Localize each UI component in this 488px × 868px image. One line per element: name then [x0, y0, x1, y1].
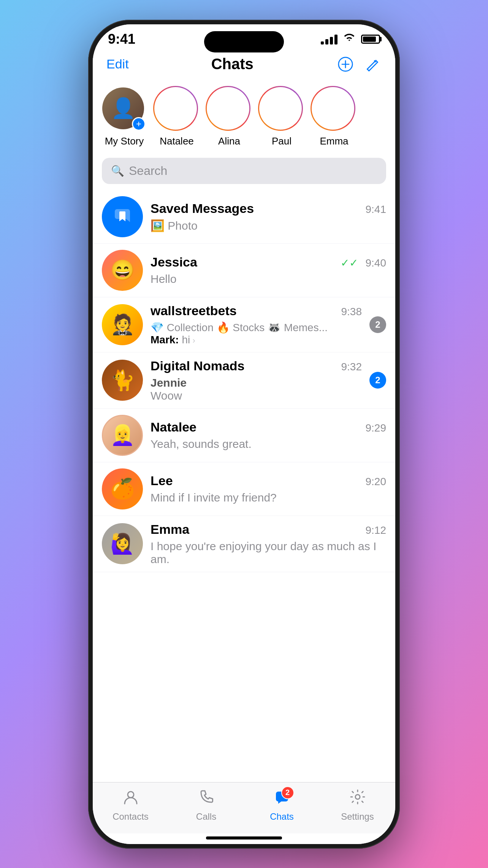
emma-content: Emma 9:12 I hope you're enjoying your da…	[151, 522, 386, 566]
search-icon: 🔍	[111, 165, 124, 177]
nomads-time: 9:32	[341, 361, 362, 373]
tab-calls[interactable]: Calls	[184, 789, 229, 822]
search-bar[interactable]: 🔍 Search	[102, 158, 386, 184]
nav-icons	[336, 55, 382, 74]
chats-badge-count: 2	[285, 788, 290, 797]
emma-name: Emma	[151, 522, 189, 537]
bottom-tab-bar: Contacts Calls 2	[93, 782, 395, 833]
add-contact-button[interactable]	[336, 55, 355, 74]
wifi-icon	[343, 33, 356, 45]
contacts-label: Contacts	[112, 811, 149, 822]
wsb-name: wallstreetbets	[151, 303, 237, 318]
wsb-content: wallstreetbets 9:38 💎 Collection 🔥 Stock…	[151, 303, 362, 346]
emma-preview: I hope you're enjoying your day as much …	[151, 540, 386, 566]
alina-story-wrap: 👩	[207, 87, 251, 132]
edit-button[interactable]: Edit	[106, 57, 129, 71]
calls-icon	[198, 789, 215, 809]
chat-item-digital-nomads[interactable]: 🐈 Digital Nomads 9:32 Jennie Woow 2	[93, 352, 395, 409]
wsb-topics: 💎 Collection 🔥 Stocks 🦝 Memes...	[151, 322, 328, 333]
nomads-meta: 2	[369, 372, 386, 389]
chat-item-jessica[interactable]: 😄 Jessica ✓✓ 9:40 Hello	[93, 244, 395, 297]
svg-point-3	[128, 792, 134, 798]
story-emma[interactable]: 🙋‍♀️ Emma	[312, 87, 356, 147]
chat-item-saved-messages[interactable]: Saved Messages 9:41 🖼️ Photo	[93, 190, 395, 244]
tab-settings[interactable]: Settings	[335, 789, 380, 822]
saved-messages-name: Saved Messages	[151, 201, 254, 216]
svg-point-4	[355, 795, 360, 799]
nav-header: Edit Chats	[93, 51, 395, 81]
chats-icon: 2	[274, 789, 290, 809]
natalee-avatar: 👱‍♀️	[102, 415, 143, 456]
emma-avatar: 🙋‍♀️	[102, 523, 143, 564]
jessica-top: Jessica ✓✓ 9:40	[151, 255, 386, 270]
tab-contacts[interactable]: Contacts	[108, 789, 154, 822]
dynamic-island	[204, 31, 284, 52]
nomads-message: Woow	[151, 389, 362, 402]
natalee-time: 9:29	[366, 422, 387, 434]
nomads-top: Digital Nomads 9:32	[151, 359, 362, 373]
wsb-time: 9:38	[341, 306, 362, 318]
chat-item-natalee[interactable]: 👱‍♀️ Natalee 9:29 Yeah, sounds great.	[93, 409, 395, 462]
emma-story-label: Emma	[320, 135, 348, 147]
my-story-avatar-wrap: 👤 +	[102, 87, 146, 132]
chats-list: Saved Messages 9:41 🖼️ Photo 😄 Jessica	[93, 190, 395, 782]
arrow-icon: ›	[190, 336, 195, 345]
chat-item-emma[interactable]: 🙋‍♀️ Emma 9:12 I hope you're enjoying yo…	[93, 516, 395, 572]
natalee-story-wrap: 👱‍♀️	[155, 87, 199, 132]
wsb-meta: 2	[369, 316, 386, 333]
emma-story-wrap: 🙋‍♀️	[312, 87, 356, 132]
jessica-avatar: 😄	[102, 250, 143, 291]
my-story-label: My Story	[105, 135, 144, 147]
nomads-preview-wrap: Jennie Woow	[151, 376, 362, 402]
jessica-content: Jessica ✓✓ 9:40 Hello	[151, 255, 386, 286]
double-check-icon: ✓✓	[341, 257, 358, 269]
natalee-name: Natalee	[151, 420, 196, 435]
settings-icon	[349, 789, 366, 809]
saved-messages-content: Saved Messages 9:41 🖼️ Photo	[151, 201, 386, 232]
chat-item-wallstreetbets[interactable]: 🤵 wallstreetbets 9:38 💎 Collection 🔥 Sto…	[93, 297, 395, 352]
saved-messages-avatar	[102, 196, 143, 237]
status-bar: 9:41	[93, 24, 395, 51]
story-paul[interactable]: 👨 Paul	[259, 87, 304, 147]
nomads-name: Digital Nomads	[151, 359, 244, 373]
add-story-icon[interactable]: +	[132, 117, 146, 131]
emma-top: Emma 9:12	[151, 522, 386, 537]
page-title: Chats	[211, 56, 254, 73]
nomads-badge-count: 2	[375, 375, 380, 386]
jessica-preview: Hello	[151, 273, 176, 285]
wsb-top: wallstreetbets 9:38	[151, 303, 362, 318]
emma-story-ring	[311, 86, 355, 131]
story-natalee[interactable]: 👱‍♀️ Natalee	[154, 87, 199, 147]
status-time: 9:41	[108, 31, 135, 47]
chat-item-lee[interactable]: 🍊 Lee 9:20 Mind if I invite my friend?	[93, 462, 395, 516]
contacts-icon	[122, 789, 139, 809]
jessica-time-wrap: ✓✓ 9:40	[341, 257, 387, 269]
phone-screen: 9:41	[93, 24, 395, 844]
nomads-badge: 2	[369, 372, 386, 389]
wsb-preview-line1: 💎 Collection 🔥 Stocks 🦝 Memes...	[151, 321, 362, 334]
alina-story-label: Alina	[218, 135, 240, 147]
search-section: 🔍 Search	[93, 155, 395, 190]
natalee-content: Natalee 9:29 Yeah, sounds great.	[151, 420, 386, 451]
nomads-avatar: 🐈	[102, 360, 143, 401]
tab-chats[interactable]: 2 Chats	[259, 789, 305, 822]
nomads-content: Digital Nomads 9:32 Jennie Woow	[151, 359, 362, 402]
chats-label: Chats	[270, 811, 294, 822]
search-placeholder: Search	[129, 164, 167, 178]
compose-button[interactable]	[363, 55, 382, 74]
lee-top: Lee 9:20	[151, 473, 386, 488]
jessica-time: 9:40	[366, 257, 387, 269]
calls-label: Calls	[196, 811, 216, 822]
saved-messages-preview: 🖼️ Photo	[151, 219, 386, 232]
stories-section: 👤 + My Story 👱‍♀️ Natalee	[93, 81, 395, 155]
emma-time: 9:12	[366, 524, 387, 536]
natalee-preview: Yeah, sounds great.	[151, 438, 252, 450]
story-my-story[interactable]: 👤 + My Story	[102, 87, 147, 147]
photo-emoji: 🖼️ Photo	[151, 219, 198, 232]
lee-preview: Mind if I invite my friend?	[151, 491, 277, 504]
lee-time: 9:20	[366, 476, 387, 488]
home-indicator	[93, 833, 395, 844]
battery-icon	[361, 35, 380, 44]
story-alina[interactable]: 👩 Alina	[207, 87, 252, 147]
paul-story-ring	[258, 86, 303, 131]
